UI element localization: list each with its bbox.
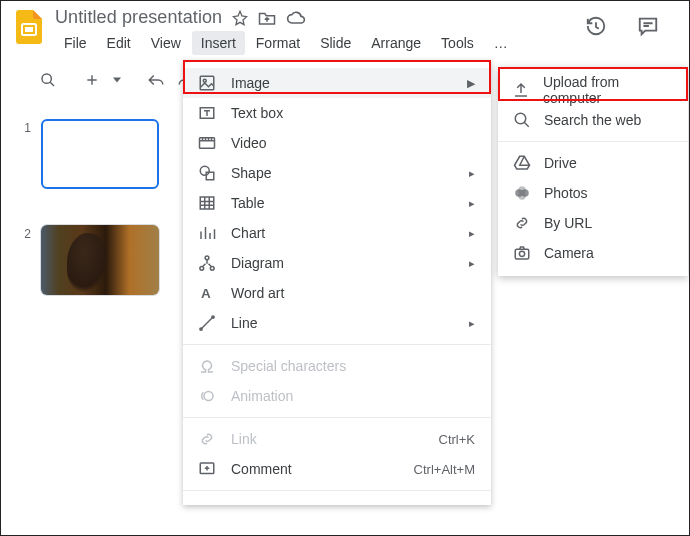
submenu-label: Photos (544, 185, 588, 201)
menu-separator (183, 490, 491, 491)
menu-slide[interactable]: Slide (311, 31, 360, 55)
insert-table[interactable]: Table ▸ (183, 188, 491, 218)
svg-point-16 (204, 392, 213, 401)
animation-icon (197, 386, 217, 406)
svg-rect-1 (25, 27, 33, 32)
menu-separator (183, 417, 491, 418)
submenu-label: Drive (544, 155, 577, 171)
camera-icon (512, 243, 532, 263)
svg-point-18 (515, 113, 526, 124)
insert-video[interactable]: Video (183, 128, 491, 158)
menu-insert[interactable]: Insert (192, 31, 245, 55)
text-box-icon (197, 103, 217, 123)
search-icon (512, 110, 532, 130)
menu-tools[interactable]: Tools (432, 31, 483, 55)
insert-diagram[interactable]: Diagram ▸ (183, 248, 491, 278)
menu-view[interactable]: View (142, 31, 190, 55)
omega-icon (197, 356, 217, 376)
menu-arrange[interactable]: Arrange (362, 31, 430, 55)
chevron-right-icon: ▸ (469, 257, 475, 270)
undo-icon[interactable] (145, 69, 167, 91)
doc-title[interactable]: Untitled presentation (55, 7, 222, 28)
history-icon[interactable] (585, 15, 607, 37)
slide-thumbnail-1[interactable] (41, 119, 159, 189)
new-slide-icon[interactable] (81, 69, 103, 91)
insert-word-art[interactable]: A Word art (183, 278, 491, 308)
search-the-web[interactable]: Search the web (498, 105, 688, 135)
insert-chart[interactable]: Chart ▸ (183, 218, 491, 248)
new-slide-dropdown-icon[interactable] (111, 69, 123, 91)
submenu-label: Upload from computer (543, 74, 674, 106)
insert-comment[interactable]: Comment Ctrl+Alt+M (183, 454, 491, 484)
slide-number: 1 (21, 121, 31, 135)
menu-overflow[interactable]: … (485, 31, 517, 55)
insert-dropdown: Image ▶ Text box Video Shape ▸ Table ▸ C… (183, 60, 491, 505)
header: Untitled presentation File Edit View Ins… (1, 1, 689, 55)
submenu-drive[interactable]: Drive (498, 148, 688, 178)
menu-label: Image (231, 75, 467, 91)
svg-point-15 (212, 316, 214, 318)
menu-format[interactable]: Format (247, 31, 309, 55)
menu-label: Comment (231, 461, 414, 477)
star-icon[interactable] (232, 10, 248, 26)
url-icon (512, 213, 532, 233)
menu-label: Shape (231, 165, 469, 181)
chevron-right-icon: ▸ (469, 317, 475, 330)
menu-label: Text box (231, 105, 475, 121)
submenu-label: Camera (544, 245, 594, 261)
menu-label: Table (231, 195, 469, 211)
insert-link: Link Ctrl+K (183, 424, 491, 454)
submenu-by-url[interactable]: By URL (498, 208, 688, 238)
menu-file[interactable]: File (55, 31, 96, 55)
insert-shape[interactable]: Shape ▸ (183, 158, 491, 188)
image-submenu: Upload from computer Search the web Driv… (498, 67, 688, 276)
diagram-icon (197, 253, 217, 273)
comment-header-icon[interactable] (637, 15, 659, 37)
insert-animation: Animation (183, 381, 491, 411)
submenu-camera[interactable]: Camera (498, 238, 688, 268)
insert-special-characters: Special characters (183, 351, 491, 381)
menu-label: Animation (231, 388, 475, 404)
cloud-icon[interactable] (286, 10, 306, 26)
svg-point-10 (205, 256, 209, 260)
line-icon (197, 313, 217, 333)
svg-point-4 (203, 79, 206, 82)
menu-shortcut: Ctrl+Alt+M (414, 462, 475, 477)
upload-icon (512, 80, 531, 100)
title-area: Untitled presentation File Edit View Ins… (55, 7, 585, 55)
slide-thumbnail-2[interactable] (41, 225, 159, 295)
drive-icon (512, 153, 532, 173)
menu-label: Chart (231, 225, 469, 241)
svg-point-7 (200, 166, 209, 175)
svg-text:A: A (201, 286, 211, 301)
video-icon (197, 133, 217, 153)
move-icon[interactable] (258, 10, 276, 26)
svg-point-20 (519, 251, 524, 256)
menu-label: Video (231, 135, 475, 151)
chevron-right-icon: ▸ (469, 197, 475, 210)
menu-label: Line (231, 315, 469, 331)
menu-edit[interactable]: Edit (98, 31, 140, 55)
menu-bar: File Edit View Insert Format Slide Arran… (55, 31, 585, 55)
insert-line[interactable]: Line ▸ (183, 308, 491, 338)
upload-from-computer[interactable]: Upload from computer (498, 75, 688, 105)
photos-icon (512, 183, 532, 203)
submenu-label: By URL (544, 215, 592, 231)
slide-number: 2 (21, 227, 31, 241)
submenu-photos[interactable]: Photos (498, 178, 688, 208)
slides-logo[interactable] (11, 9, 47, 45)
chevron-right-icon: ▶ (467, 77, 475, 90)
search-toolbar-icon[interactable] (37, 69, 59, 91)
comment-icon (197, 459, 217, 479)
insert-image[interactable]: Image ▶ (183, 68, 491, 98)
svg-rect-9 (200, 197, 214, 209)
link-icon (197, 429, 217, 449)
insert-text-box[interactable]: Text box (183, 98, 491, 128)
slide-thumbnail-row: 2 (21, 225, 181, 295)
svg-rect-8 (206, 172, 214, 180)
shape-icon (197, 163, 217, 183)
word-art-icon: A (197, 283, 217, 303)
menu-label: Diagram (231, 255, 469, 271)
menu-separator (498, 141, 688, 142)
chevron-right-icon: ▸ (469, 227, 475, 240)
